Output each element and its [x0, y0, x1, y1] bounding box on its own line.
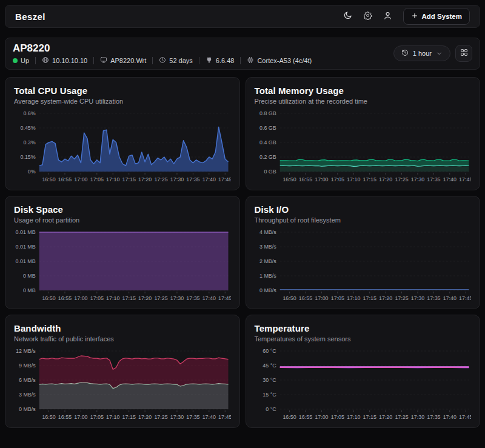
layout-grid-icon — [460, 48, 468, 58]
kernel-value: 6.6.48 — [216, 57, 235, 64]
svg-text:17:05: 17:05 — [330, 414, 344, 420]
chart-subtitle: Throughput of root filesystem — [255, 216, 472, 224]
svg-text:12 MB/s: 12 MB/s — [16, 349, 36, 354]
svg-text:16:50: 16:50 — [42, 414, 55, 420]
svg-text:16:50: 16:50 — [42, 295, 55, 301]
svg-text:6 MB/s: 6 MB/s — [19, 377, 36, 383]
svg-text:17:10: 17:10 — [347, 414, 360, 420]
divider — [240, 57, 241, 64]
hostname-item: AP8220.Wrt — [100, 56, 146, 65]
cpu-model-item: Cortex-A53 (4c/4t) — [247, 56, 312, 65]
svg-text:1 MB/s: 1 MB/s — [259, 273, 276, 279]
disk-io-chart[interactable]: 0 MB/s1 MB/s2 MB/s3 MB/s4 MB/s16:5016:55… — [255, 230, 472, 305]
svg-text:17:45: 17:45 — [459, 414, 471, 420]
layout-grid-button[interactable] — [455, 45, 472, 62]
kernel-item: 6.6.48 — [206, 56, 235, 65]
svg-text:16:55: 16:55 — [58, 176, 72, 182]
svg-text:17:15: 17:15 — [122, 414, 136, 420]
svg-text:17:45: 17:45 — [218, 295, 230, 301]
history-icon — [401, 49, 409, 58]
svg-text:15 °C: 15 °C — [263, 392, 276, 398]
disk-space-chart[interactable]: 0 MB0 MB0.01 MB0.01 MB0.01 MB16:5016:551… — [14, 230, 231, 305]
svg-text:17:25: 17:25 — [154, 414, 167, 420]
svg-text:16:50: 16:50 — [283, 295, 296, 301]
svg-text:17:45: 17:45 — [459, 295, 471, 301]
svg-text:17:40: 17:40 — [443, 295, 456, 301]
ip-item: 10.10.10.10 — [42, 56, 87, 65]
svg-text:17:30: 17:30 — [410, 414, 424, 420]
temperature-chart[interactable]: 0 °C15 °C30 °C45 °C60 °C16:5016:5517:001… — [255, 349, 472, 424]
svg-text:17:25: 17:25 — [154, 295, 167, 301]
svg-text:17:05: 17:05 — [330, 295, 344, 301]
uptime-value: 52 days — [169, 57, 193, 64]
cpu-usage-chart[interactable]: 0%0.15%0.3%0.45%0.6%16:5016:5517:0017:05… — [14, 111, 231, 186]
svg-text:17:25: 17:25 — [154, 176, 167, 182]
svg-text:2 MB/s: 2 MB/s — [259, 258, 276, 264]
svg-text:0.4 GB: 0.4 GB — [259, 139, 276, 145]
status-item: Up — [13, 57, 29, 64]
add-system-button[interactable]: Add System — [403, 8, 470, 25]
user-menu-button[interactable] — [383, 11, 392, 22]
plus-icon — [411, 12, 418, 21]
memory-usage-chart[interactable]: 0 GB0.2 GB0.4 GB0.6 GB0.8 GB16:5016:5517… — [255, 111, 472, 186]
svg-text:0 MB/s: 0 MB/s — [19, 406, 36, 412]
bandwidth-chart[interactable]: 0 MB/s3 MB/s6 MB/s9 MB/s12 MB/s16:5016:5… — [14, 349, 231, 424]
svg-text:16:55: 16:55 — [58, 414, 72, 420]
svg-text:16:55: 16:55 — [58, 295, 72, 301]
clock-icon — [159, 56, 166, 65]
chart-card-cpu: Total CPU Usage Average system-wide CPU … — [5, 77, 240, 190]
svg-text:16:55: 16:55 — [298, 295, 312, 301]
svg-text:17:25: 17:25 — [395, 414, 408, 420]
theme-toggle-button[interactable] — [343, 11, 352, 22]
add-system-label: Add System — [422, 13, 462, 20]
svg-text:16:50: 16:50 — [283, 176, 296, 182]
system-header-card: AP8220 Up 10.10.10.10 AP8220.Wrt — [5, 38, 480, 70]
svg-text:3 MB/s: 3 MB/s — [259, 244, 276, 250]
svg-text:0.2 GB: 0.2 GB — [259, 154, 276, 160]
hostname-value: AP8220.Wrt — [110, 57, 146, 64]
charts-grid: Total CPU Usage Average system-wide CPU … — [5, 77, 480, 428]
chart-card-disk-io: Disk I/O Throughput of root filesystem 0… — [246, 196, 481, 309]
navbar-actions: Add System — [343, 8, 470, 25]
svg-text:16:55: 16:55 — [298, 414, 312, 420]
chart-card-disk-space: Disk Space Usage of root partition 0 MB0… — [5, 196, 240, 309]
svg-text:17:40: 17:40 — [443, 414, 456, 420]
settings-button[interactable] — [363, 11, 372, 22]
svg-text:16:50: 16:50 — [42, 176, 55, 182]
svg-text:0.15%: 0.15% — [20, 154, 35, 160]
svg-text:17:20: 17:20 — [138, 414, 152, 420]
globe-icon — [42, 56, 49, 65]
svg-text:17:35: 17:35 — [186, 176, 199, 182]
svg-text:17:05: 17:05 — [330, 176, 344, 182]
chart-title: Total CPU Usage — [14, 85, 231, 96]
svg-text:0.01 MB: 0.01 MB — [16, 244, 36, 250]
svg-text:17:00: 17:00 — [74, 176, 87, 182]
svg-text:0.01 MB: 0.01 MB — [16, 258, 36, 264]
chart-subtitle: Temperatures of system sensors — [255, 335, 472, 343]
svg-text:17:15: 17:15 — [363, 414, 376, 420]
svg-text:0.8 GB: 0.8 GB — [259, 111, 276, 116]
svg-text:17:15: 17:15 — [363, 295, 376, 301]
divider — [35, 57, 36, 64]
svg-text:0.6 GB: 0.6 GB — [259, 125, 276, 131]
status-dot — [13, 58, 18, 63]
svg-text:0.6%: 0.6% — [23, 111, 35, 116]
chart-title: Bandwidth — [14, 323, 231, 333]
chart-title: Disk I/O — [255, 204, 472, 215]
chart-card-memory: Total Memory Usage Precise utilization a… — [246, 77, 481, 190]
svg-text:17:00: 17:00 — [315, 176, 328, 182]
chart-card-bandwidth: Bandwidth Network traffic of public inte… — [5, 315, 240, 428]
system-info: AP8220 Up 10.10.10.10 AP8220.Wrt — [13, 42, 312, 65]
user-icon — [383, 11, 392, 22]
svg-text:0 MB: 0 MB — [23, 287, 36, 293]
svg-text:17:45: 17:45 — [218, 414, 230, 420]
svg-text:0.45%: 0.45% — [20, 125, 35, 131]
brand-logo: Beszel — [15, 12, 45, 22]
time-range-select[interactable]: 1 hour — [393, 45, 450, 61]
svg-text:17:20: 17:20 — [378, 295, 392, 301]
svg-text:17:40: 17:40 — [202, 414, 216, 420]
svg-text:60 °C: 60 °C — [263, 349, 276, 354]
chart-subtitle: Precise utilization at the recorded time — [255, 98, 472, 105]
svg-text:17:30: 17:30 — [410, 295, 424, 301]
svg-text:17:35: 17:35 — [427, 295, 440, 301]
